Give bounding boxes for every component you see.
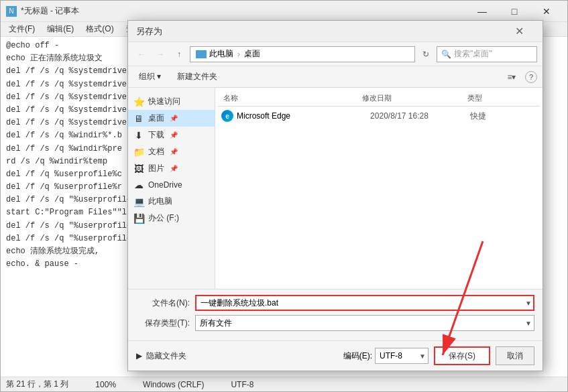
status-position: 第 21 行，第 1 列 [6, 379, 68, 390]
filename-input-wrap: ▼ [195, 295, 534, 311]
nav-label-此电脑: 此电脑 [148, 196, 172, 207]
status-zoom: 100% [95, 380, 116, 389]
nav-item-OneDrive[interactable]: ☁ OneDrive [128, 177, 215, 193]
filetype-label: 保存类型(T): [136, 318, 190, 329]
encoding-select[interactable]: UTF-8 [375, 348, 429, 364]
nav-icon-文档: 📁 [133, 147, 144, 157]
pin-icon: 📌 [170, 131, 178, 139]
filelist-header: 名称 修改日期 类型 [218, 90, 540, 107]
notepad-title: *无标题 - 记事本 [21, 5, 79, 17]
hide-folders-toggle[interactable]: ▶ 隐藏文件夹 [136, 350, 186, 362]
save-button[interactable]: 保存(S) [434, 346, 490, 365]
nav-icon-图片: 🖼 [133, 164, 144, 174]
search-box[interactable]: 🔍 搜索"桌面" [437, 46, 537, 62]
encoding-label: 编码(E): [343, 350, 372, 362]
new-folder-button[interactable]: 新建文件夹 [172, 70, 223, 84]
filetype-select-wrap: 所有文件 ▼ [195, 315, 534, 331]
dialog-addressbar: ← → ↑ 此电脑 › 桌面 ↻ 🔍 搜索"桌面" [128, 42, 543, 66]
encoding-section: 编码(E): UTF-8 ▼ [343, 348, 429, 364]
col-header-name[interactable]: 名称 [221, 92, 359, 105]
nav-icon-快速访问: ⭐ [133, 96, 144, 107]
nav-icon-桌面: 🖥 [133, 113, 144, 124]
notepad-statusbar: 第 21 行，第 1 列 100% Windows (CRLF) UTF-8 [1, 377, 567, 391]
encoding-select-wrap: UTF-8 ▼ [375, 348, 429, 364]
address-path[interactable]: 此电脑 › 桌面 [190, 46, 415, 62]
computer-icon [196, 50, 207, 58]
forward-button[interactable]: → [152, 46, 168, 62]
search-placeholder: 搜索"桌面" [454, 48, 492, 60]
dialog-nav: ⭐ 快速访问 🖥 桌面 📌 ⬇ 下载 📌 📁 文档 📌 🖼 图片 📌 ☁ One… [128, 88, 215, 289]
minimize-button[interactable]: — [467, 1, 498, 21]
filename-input[interactable] [195, 295, 534, 311]
dialog-close-button[interactable]: ✕ [504, 21, 534, 42]
pin-icon: 📌 [170, 165, 178, 172]
path-separator-1: › [237, 50, 240, 59]
dialog-filelist: 名称 修改日期 类型 e Microsoft Edge 2020/8/17 16… [215, 88, 543, 289]
menu-format[interactable]: 格式(O) [80, 22, 119, 36]
dialog-toolbar: 组织 ▾ 新建文件夹 ≡▾ ? [128, 66, 543, 88]
help-button[interactable]: ? [525, 71, 537, 83]
file-date-edge: 2020/8/17 16:28 [370, 111, 470, 121]
notepad-title-left: N *无标题 - 记事本 [6, 5, 79, 17]
notepad-icon: N [6, 6, 17, 17]
dialog-title: 另存为 [136, 25, 162, 38]
nav-icon-下载: ⬇ [133, 130, 144, 141]
dialog-body: ⭐ 快速访问 🖥 桌面 📌 ⬇ 下载 📌 📁 文档 📌 🖼 图片 📌 ☁ One… [128, 88, 543, 289]
refresh-button[interactable]: ↻ [418, 46, 434, 62]
nav-icon-此电脑: 💻 [133, 196, 144, 207]
dialog-titlebar: 另存为 ✕ [128, 21, 543, 42]
nav-label-桌面: 桌面 [148, 113, 164, 124]
col-header-date[interactable]: 修改日期 [359, 92, 465, 105]
filetype-row: 保存类型(T): 所有文件 ▼ [136, 315, 534, 331]
up-button[interactable]: ↑ [171, 46, 187, 62]
nav-label-快速访问: 快速访问 [148, 96, 180, 107]
nav-item-桌面[interactable]: 🖥 桌面 📌 [128, 110, 215, 127]
file-row-edge[interactable]: e Microsoft Edge 2020/8/17 16:28 快捷 [218, 107, 540, 125]
maximize-button[interactable]: □ [499, 1, 530, 21]
nav-item-下载[interactable]: ⬇ 下载 📌 [128, 127, 215, 143]
nav-item-此电脑[interactable]: 💻 此电脑 [128, 193, 215, 210]
path-desktop: 桌面 [244, 48, 260, 60]
save-as-dialog: 另存为 ✕ ← → ↑ 此电脑 › 桌面 ↻ 🔍 搜索"桌面" 组织 ▾ 新建文… [127, 20, 543, 371]
nav-item-图片[interactable]: 🖼 图片 📌 [128, 160, 215, 177]
dialog-footer: ▶ 隐藏文件夹 编码(E): UTF-8 ▼ 保存(S) 取消 [128, 340, 543, 371]
notepad-titlebar: N *无标题 - 记事本 — □ ✕ [1, 1, 567, 22]
edge-icon: e [221, 109, 234, 123]
dialog-fields: 文件名(N): ▼ 保存类型(T): 所有文件 ▼ [128, 289, 543, 340]
nav-icon-OneDrive: ☁ [133, 180, 144, 190]
back-button[interactable]: ← [133, 46, 150, 62]
triangle-icon: ▶ [136, 351, 142, 361]
view-button[interactable]: ≡▾ [504, 69, 520, 85]
hide-folders-label: 隐藏文件夹 [146, 350, 186, 362]
search-icon: 🔍 [441, 50, 451, 59]
nav-item-办公 (F:)[interactable]: 💾 办公 (F:) [128, 210, 215, 226]
nav-label-OneDrive: OneDrive [148, 180, 182, 190]
path-computer: 此电脑 [209, 48, 233, 60]
cancel-button[interactable]: 取消 [496, 346, 534, 365]
pin-icon: 📌 [170, 115, 178, 122]
close-button[interactable]: ✕ [531, 1, 562, 21]
menu-file[interactable]: 文件(F) [3, 22, 40, 36]
nav-label-文档: 文档 [148, 146, 164, 157]
filetype-select[interactable]: 所有文件 [195, 315, 534, 331]
col-header-type[interactable]: 类型 [465, 92, 537, 105]
nav-label-图片: 图片 [148, 163, 164, 174]
notepad-win-buttons: — □ ✕ [467, 1, 562, 21]
nav-label-下载: 下载 [148, 129, 164, 141]
nav-icon-办公 (F:): 💾 [133, 213, 144, 224]
pin-icon: 📌 [170, 148, 178, 155]
filename-row: 文件名(N): ▼ [136, 295, 534, 311]
file-name-edge: Microsoft Edge [237, 111, 370, 121]
menu-edit[interactable]: 编辑(E) [42, 22, 79, 36]
nav-item-文档[interactable]: 📁 文档 📌 [128, 143, 215, 160]
filename-label: 文件名(N): [136, 298, 190, 309]
status-line-ending: Windows (CRLF) [143, 380, 204, 389]
nav-label-办公 (F:): 办公 (F:) [148, 212, 179, 224]
status-encoding: UTF-8 [231, 380, 253, 389]
file-type-edge: 快捷 [470, 111, 537, 122]
nav-item-快速访问[interactable]: ⭐ 快速访问 [128, 93, 215, 110]
organize-button[interactable]: 组织 ▾ [133, 70, 166, 84]
